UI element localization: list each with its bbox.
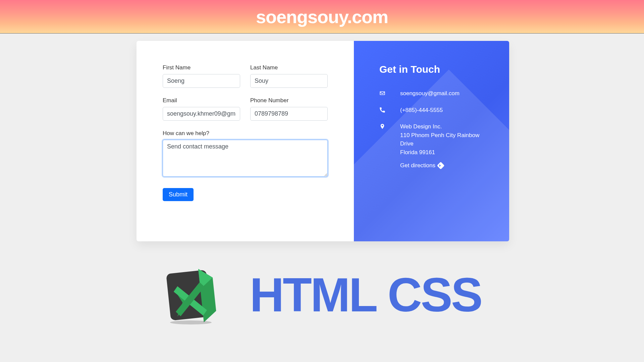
first-name-group: First Name bbox=[163, 64, 240, 88]
phone-label: Phone Number bbox=[250, 97, 328, 104]
address-line: 110 Phnom Penh City Rainbow Drive bbox=[400, 132, 479, 147]
contact-phone: (+885)-444-5555 bbox=[400, 106, 443, 115]
contact-phone-row: (+885)-444-5555 bbox=[379, 106, 491, 115]
phone-input[interactable] bbox=[250, 107, 328, 121]
get-directions-link[interactable]: Get directions bbox=[400, 161, 443, 170]
last-name-label: Last Name bbox=[250, 64, 328, 71]
envelope-icon bbox=[379, 90, 385, 96]
last-name-group: Last Name bbox=[250, 64, 328, 88]
directions-icon bbox=[437, 162, 445, 169]
email-input[interactable] bbox=[163, 107, 240, 121]
contact-address-row: Web Design Inc. 110 Phnom Penh City Rain… bbox=[379, 122, 491, 170]
phone-group: Phone Number bbox=[250, 97, 328, 121]
contact-info-panel: Get in Touch soengsouy@gmail.com (+885)-… bbox=[354, 41, 509, 241]
footer-title: HTML CSS bbox=[250, 267, 481, 322]
contact-form: First Name Last Name Email Phone Number bbox=[137, 41, 354, 241]
first-name-label: First Name bbox=[163, 64, 240, 71]
contact-email-row: soengsouy@gmail.com bbox=[379, 89, 491, 98]
site-title: soengsouy.com bbox=[256, 6, 388, 27]
contact-address: Web Design Inc. 110 Phnom Penh City Rain… bbox=[400, 122, 491, 170]
phone-icon bbox=[379, 107, 385, 113]
contact-email: soengsouy@gmail.com bbox=[400, 89, 460, 98]
vscode-icon bbox=[162, 265, 219, 325]
header-banner: soengsouy.com bbox=[0, 0, 644, 34]
message-group: How can we help? Send contact message bbox=[163, 130, 328, 177]
email-label: Email bbox=[163, 97, 240, 104]
svg-point-6 bbox=[170, 320, 212, 324]
body-area: First Name Last Name Email Phone Number bbox=[0, 34, 644, 362]
address-region: Florida 99161 bbox=[400, 149, 435, 156]
map-pin-icon bbox=[379, 123, 385, 129]
directions-label: Get directions bbox=[400, 161, 435, 170]
address-name: Web Design Inc. bbox=[400, 123, 442, 130]
contact-card: First Name Last Name Email Phone Number bbox=[137, 41, 509, 241]
submit-button[interactable]: Submit bbox=[163, 188, 194, 201]
first-name-input[interactable] bbox=[163, 74, 240, 88]
contact-title: Get in Touch bbox=[379, 64, 491, 75]
footer-area: HTML CSS bbox=[0, 265, 644, 325]
last-name-input[interactable] bbox=[250, 74, 328, 88]
message-textarea[interactable]: Send contact message bbox=[163, 140, 328, 177]
email-group: Email bbox=[163, 97, 240, 121]
message-label: How can we help? bbox=[163, 130, 328, 137]
